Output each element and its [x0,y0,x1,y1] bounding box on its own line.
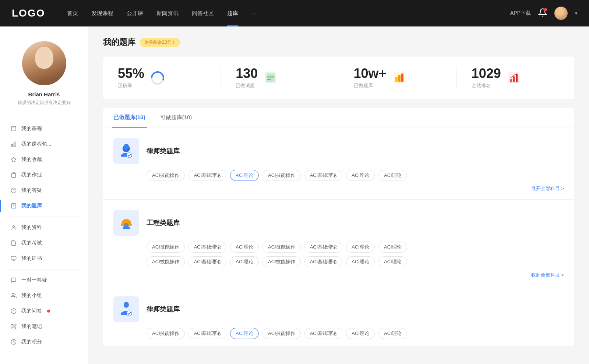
star-icon [10,156,17,163]
law-tag-3[interactable]: ACI技能操作 [262,170,301,181]
nav-home[interactable]: 首页 [67,10,78,17]
nav-more[interactable]: ··· [251,10,256,17]
eng-tag-r2-5[interactable]: ACI理论 [346,256,375,267]
law2-tag-5[interactable]: ACI理论 [346,328,375,339]
sidebar-item-my-qa[interactable]: 我的答疑 [0,183,88,198]
law-tag-1[interactable]: ACI基础理论 [188,170,227,181]
law-tag-5[interactable]: ACI理论 [346,170,375,181]
eng-tag-r2-0[interactable]: ACI技能操作 [147,256,185,267]
eng-tag-r1-0[interactable]: ACI技能操作 [147,242,185,253]
law2-tag-1[interactable]: ACI基础理论 [188,328,227,339]
nav-discover[interactable]: 发现课程 [91,10,113,17]
questions-notification-dot [47,310,50,313]
eng-tag-r1-3[interactable]: ACI技能操作 [262,242,301,253]
document-icon [10,125,17,132]
users-icon [10,292,17,299]
done-questions-icon [264,71,278,85]
sidebar-item-my-exam[interactable]: 我的考试 [0,235,88,251]
eng-tag-r2-6[interactable]: ACI理论 [378,256,407,267]
profile-motto: 错误的决定比没有决定要好 [18,100,71,106]
law-tags: ACI技能操作 ACI基础理论 ACI理论 ACI技能操作 ACI基础理论 AC… [147,170,564,181]
law-tag-2[interactable]: ACI理论 [230,170,259,181]
law-tag-6[interactable]: ACI理论 [378,170,407,181]
engineering-tags-row1: ACI技能操作 ACI基础理论 ACI理论 ACI技能操作 ACI基础理论 AC… [147,242,564,253]
svg-rect-31 [398,75,401,82]
site-rank-label: 全站排名 [472,82,501,89]
accuracy-icon [150,71,165,85]
user-avatar[interactable] [554,7,568,20]
law2-tag-2[interactable]: ACI理论 [230,328,259,339]
eng-tag-r2-2[interactable]: ACI理论 [230,256,259,267]
svg-point-13 [13,226,14,228]
site-rank-value: 1029 [472,67,501,80]
sidebar-item-my-courses[interactable]: 我的课程 [0,121,88,136]
bar-icon [10,141,17,147]
sidebar-item-one-on-one[interactable]: 一对一答疑 [0,272,88,288]
law2-tag-4[interactable]: ACI基础理论 [304,328,343,339]
eng-tag-r2-4[interactable]: ACI基础理论 [304,256,343,267]
eng-tag-r1-2[interactable]: ACI理论 [230,242,259,253]
quiz-icon [10,203,17,209]
nav-qa[interactable]: 问答社区 [192,10,214,17]
sidebar-item-favorites[interactable]: 我的收藏 [0,152,88,167]
engineering-collapse-footer[interactable]: 收起全部科目 > [113,272,564,278]
sidebar-divider-1 [7,118,81,118]
logo[interactable]: LOGO [12,7,45,19]
profile-name: Brian Harris [28,91,60,97]
sidebar-item-my-group[interactable]: 我的小组 [0,288,88,303]
engineering-tags-row2: ACI技能操作 ACI基础理论 ACI理论 ACI技能操作 ACI基础理论 AC… [147,256,564,267]
app-download-link[interactable]: APP下载 [510,10,531,17]
profile-avatar[interactable] [22,41,66,85]
main-layout: Brian Harris 错误的决定比没有决定要好 我的课程 我的课程包... [0,26,589,364]
eng-tag-r1-5[interactable]: ACI理论 [346,242,375,253]
done-banks-icon [392,71,407,85]
law2-tag-0[interactable]: ACI技能操作 [147,328,185,339]
nav-quiz[interactable]: 题库 [227,10,238,17]
svg-point-39 [124,144,129,150]
edit-icon [10,323,17,330]
sidebar-item-course-packages[interactable]: 我的课程包... [0,136,88,152]
eng-tag-r1-1[interactable]: ACI基础理论 [188,242,227,253]
law2-tag-3[interactable]: ACI技能操作 [262,328,301,339]
svg-rect-35 [513,76,515,82]
law2-tags: ACI技能操作 ACI基础理论 ACI理论 ACI技能操作 ACI基础理论 AC… [147,328,564,339]
tab-todo[interactable]: 可做题库(10) [159,108,194,128]
sidebar-item-certificate[interactable]: 我的证书 [0,251,88,266]
law-tag-4[interactable]: ACI基础理论 [304,170,343,181]
done-banks-value: 10w+ [354,67,387,80]
sidebar-item-my-profile[interactable]: 我的资料 [0,220,88,235]
navbar-right: APP下载 ▾ [510,7,577,20]
sidebar-item-my-notes[interactable]: 我的笔记 [0,319,88,334]
svg-rect-14 [11,256,16,260]
law-expand-footer[interactable]: 展开全部科目 > [113,185,564,192]
sidebar-item-my-points[interactable]: 我的积分 [0,334,88,350]
engineering-icon [113,210,139,236]
sidebar-item-homework[interactable]: 我的作业 [0,167,88,183]
sidebar-item-my-questions[interactable]: 我的问答 [0,303,88,319]
svg-point-44 [127,311,132,316]
svg-point-17 [12,293,14,295]
law2-tag-6[interactable]: ACI理论 [378,328,407,339]
eng-tag-r2-3[interactable]: ACI技能操作 [262,256,301,267]
message-circle-icon [10,308,17,314]
svg-rect-32 [401,74,403,82]
law-tag-0[interactable]: ACI技能操作 [147,170,185,181]
sidebar-menu: 我的课程 我的课程包... 我的收藏 我的作业 [0,121,88,350]
main-content: 我的题库 体验剩余23天！ 55% 正确率 [88,26,589,364]
svg-rect-3 [13,143,14,146]
site-rank-icon [507,71,522,85]
trial-badge: 体验剩余23天！ [140,38,180,47]
eng-tag-r2-1[interactable]: ACI基础理论 [188,256,227,267]
quiz-section-engineering-header: 工程类题库 [113,210,564,236]
notification-bell[interactable] [538,8,547,18]
eng-tag-r1-4[interactable]: ACI基础理论 [304,242,343,253]
eng-tag-r1-6[interactable]: ACI理论 [378,242,407,253]
navbar: LOGO 首页 发现课程 公开课 新闻资讯 问答社区 题库 ··· APP下载 … [0,0,589,26]
law-icon [113,138,139,164]
tab-done[interactable]: 已做题库(10) [112,108,147,128]
accuracy-label: 正确率 [118,82,144,89]
user-menu-chevron[interactable]: ▾ [575,11,577,16]
nav-news[interactable]: 新闻资讯 [156,10,179,17]
sidebar-item-my-quiz[interactable]: 我的题库 [0,198,88,214]
nav-open[interactable]: 公开课 [127,10,143,17]
